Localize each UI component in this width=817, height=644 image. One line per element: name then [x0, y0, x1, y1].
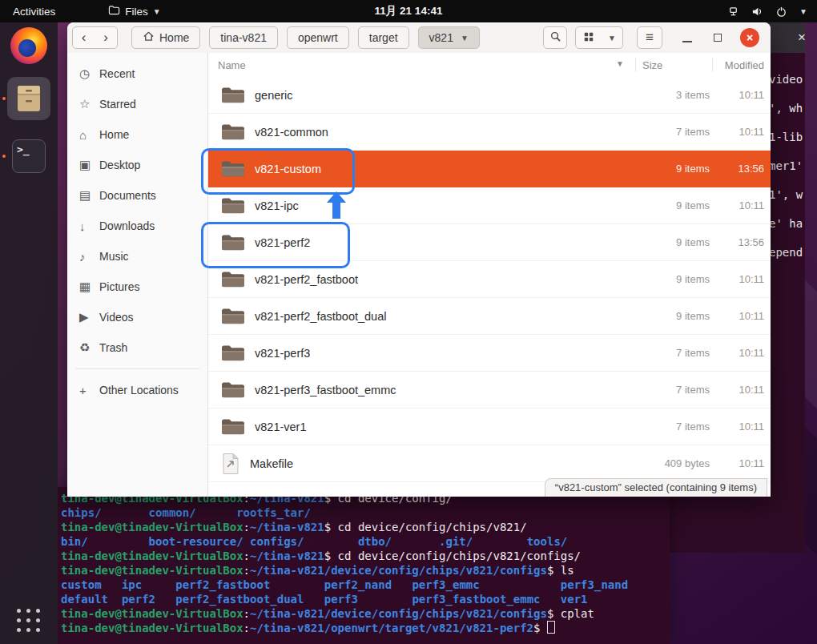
file-name-cell: v821-perf2_fastboot_dual — [208, 307, 637, 326]
forward-button[interactable]: › — [95, 26, 118, 49]
terminal-text-fragment: video — [769, 73, 803, 86]
file-row-v821-ver1[interactable]: v821-ver17 items10:11 — [208, 409, 771, 445]
terminal-text-fragment: epend — [769, 246, 803, 259]
search-button[interactable] — [543, 26, 567, 49]
close-icon[interactable]: × — [793, 29, 811, 46]
clock[interactable]: 11月 21 14:41 — [375, 4, 443, 18]
sidebar-item-label: Other Locations — [99, 384, 179, 396]
grid-view-button[interactable] — [575, 26, 602, 49]
column-header-name[interactable]: Name ▼ — [208, 59, 635, 71]
terminal-text-fragment: e' ha — [769, 217, 803, 230]
firefox-icon[interactable] — [10, 27, 47, 64]
terminal-app-icon[interactable]: >_ — [12, 139, 46, 173]
path-target-button[interactable]: target — [358, 26, 409, 49]
file-list: generic3 items10:11v821-common7 items10:… — [208, 77, 771, 497]
file-row-v821-perf2_fastboot_dual[interactable]: v821-perf2_fastboot_dual9 items10:11 — [208, 298, 771, 335]
path-v821-button[interactable]: v821 ▼ — [418, 26, 480, 49]
folder-icon — [221, 196, 245, 215]
close-button[interactable]: × — [740, 28, 759, 47]
app-grid-button[interactable] — [17, 609, 41, 633]
file-size: 7 items — [637, 384, 713, 396]
sidebar-item-pictures[interactable]: ▦Pictures — [67, 272, 207, 302]
file-size: 9 items — [637, 236, 713, 248]
file-row-v821-perf3[interactable]: v821-perf37 items10:11 — [208, 335, 771, 372]
home-icon — [143, 30, 155, 45]
terminal-text-fragment: 1', w — [769, 188, 803, 201]
sidebar-item-home[interactable]: ⌂Home — [67, 119, 207, 150]
sidebar-item-desktop[interactable]: ▣Desktop — [67, 150, 207, 180]
sort-caret-icon[interactable]: ▼ — [616, 59, 624, 68]
file-row-v821-common[interactable]: v821-common7 items10:11 — [208, 114, 771, 151]
sidebar-item-other-locations[interactable]: +Other Locations — [67, 375, 207, 405]
list-header: Name ▼ Size Modified — [208, 53, 771, 78]
file-name: v821-ver1 — [255, 421, 306, 433]
file-name-cell: v821-perf3 — [208, 344, 637, 363]
maximize-button[interactable] — [706, 26, 729, 49]
sidebar-item-label: Recent — [99, 67, 135, 80]
terminal-text-fragment: mer1' — [769, 159, 803, 172]
files-app-icon[interactable] — [7, 77, 50, 120]
home-icon: ⌂ — [79, 128, 99, 142]
sidebar-separator — [75, 368, 199, 369]
chevron-down-icon: ▼ — [153, 7, 161, 16]
folder-icon — [221, 307, 245, 326]
annotation-up-arrow — [327, 191, 346, 222]
running-indicator — [2, 155, 6, 158]
file-name: v821-common — [255, 126, 328, 139]
chevron-down-icon[interactable]: ▼ — [799, 7, 807, 16]
file-name-cell: generic — [208, 86, 637, 105]
sidebar-item-music[interactable]: ♪Music — [67, 241, 207, 272]
sidebar-item-documents[interactable]: ▤Documents — [67, 180, 207, 211]
folder-icon — [221, 86, 245, 105]
sidebar-item-label: Videos — [99, 311, 134, 324]
file-row-v821-perf3_fastboot_emmc[interactable]: v821-perf3_fastboot_emmc7 items10:11 — [208, 372, 771, 409]
minimize-button[interactable] — [676, 26, 698, 49]
close-icon: × — [747, 31, 753, 44]
folder-icon — [221, 417, 245, 437]
column-header-modified[interactable]: Modified — [713, 59, 771, 71]
hamburger-menu-button[interactable]: ≡ — [637, 26, 662, 49]
other-locations-icon: + — [79, 384, 99, 397]
sidebar-item-starred[interactable]: ☆Starred — [67, 89, 207, 119]
file-name-cell: v821-perf2_fastboot — [208, 270, 637, 289]
file-size: 7 items — [637, 421, 713, 433]
minimize-icon — [682, 41, 692, 42]
grid-view-icon — [583, 31, 594, 45]
file-modified: 10:11 — [713, 347, 771, 359]
sidebar-item-label: Documents — [99, 189, 156, 202]
sidebar-item-downloads[interactable]: ↓Downloads — [67, 211, 207, 241]
path-tina-v821-button[interactable]: tina-v821 — [209, 26, 278, 49]
terminal-window[interactable]: tina-dev@tinadev-VirtualBox:~/tina-v821$… — [58, 487, 670, 644]
file-name: Makefile — [250, 457, 293, 470]
view-options-button[interactable]: ▼ — [602, 26, 623, 49]
downloads-icon: ↓ — [79, 219, 99, 233]
sidebar-item-videos[interactable]: ▶Videos — [67, 302, 207, 332]
path-openwrt-button[interactable]: openwrt — [287, 26, 349, 49]
file-modified: 10:11 — [713, 384, 771, 396]
file-name: v821-perf2_fastboot_dual — [255, 310, 386, 323]
file-modified: 13:56 — [713, 236, 771, 248]
activities-button[interactable]: Activities — [13, 6, 55, 18]
sidebar: ◷Recent☆Starred⌂Home▣Desktop▤Documents↓D… — [67, 53, 208, 497]
file-row-generic[interactable]: generic3 items10:11 — [208, 77, 771, 114]
file-size: 9 items — [637, 199, 713, 211]
path-home-button[interactable]: Home — [131, 26, 200, 49]
file-row-Makefile[interactable]: Makefile409 bytes10:11 — [208, 445, 771, 482]
sidebar-item-recent[interactable]: ◷Recent — [67, 58, 207, 89]
volume-icon[interactable] — [751, 6, 763, 18]
sidebar-item-label: Home — [99, 128, 129, 141]
app-menu[interactable]: Files ▼ — [108, 4, 160, 18]
power-icon[interactable] — [775, 6, 787, 18]
pictures-icon: ▦ — [79, 280, 99, 294]
network-icon[interactable] — [727, 6, 739, 18]
back-button[interactable]: ‹ — [72, 26, 95, 49]
column-header-size[interactable]: Size — [636, 59, 712, 71]
recent-icon: ◷ — [79, 66, 99, 81]
annotation-box-v821-perf2 — [201, 222, 350, 268]
file-modified: 10:11 — [713, 273, 771, 285]
sidebar-item-label: Starred — [99, 98, 136, 111]
status-bar: “v821-custom” selected (containing 9 ite… — [545, 478, 767, 497]
file-modified: 10:11 — [713, 126, 771, 138]
folder-icon — [221, 270, 245, 289]
sidebar-item-trash[interactable]: ♻Trash — [67, 332, 207, 363]
